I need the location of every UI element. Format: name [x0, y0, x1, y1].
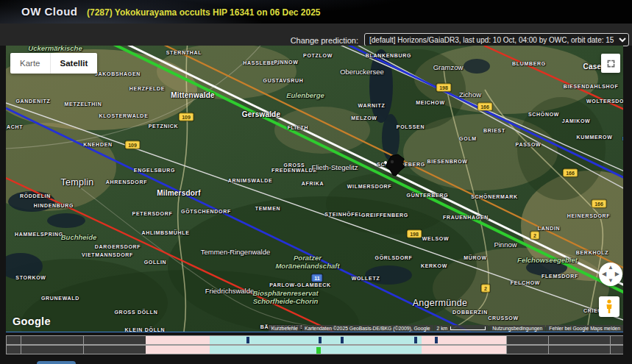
map-label: HERZFELDE [129, 86, 165, 91]
map-label: MEICHOW [416, 100, 445, 105]
map-label: GREIFFENBERG [361, 213, 408, 218]
map-label: ACHT [7, 124, 23, 129]
pan-up-icon: ▲ [608, 265, 614, 271]
map-label: AHLIMBSMÜHLE [141, 230, 189, 235]
map-label: KUMMEROW [576, 135, 612, 140]
timeline-segment-pink [146, 345, 210, 354]
map-label: PARLOW-GLAMBECK [269, 282, 331, 288]
map-type-karte-button[interactable]: Karte [10, 53, 50, 74]
route-badge: 2 [481, 285, 490, 293]
map-label: Gramzow [433, 63, 464, 71]
fullscreen-icon [606, 59, 616, 68]
map-label: KERKOW [421, 263, 447, 268]
map-label: Pinnow [494, 240, 516, 249]
map-label: WELSOW [422, 236, 449, 241]
pan-down-icon: ▼ [608, 278, 614, 284]
prediction-select[interactable]: [default] Horizons/GaiaDR3, last upd: 10… [364, 33, 629, 46]
map-label: GOLLIN [144, 260, 167, 265]
map-label: BLANKENBURG [366, 53, 412, 58]
route-badge: 2 [530, 232, 539, 240]
map-label: Felchowseegebiet [517, 256, 578, 264]
map-label: GÜNTERBERG [407, 193, 449, 198]
target-star-dot [384, 161, 387, 164]
terms-link[interactable]: Nutzungsbedingungen [489, 325, 545, 332]
map-label: CRUSSOW [488, 315, 518, 321]
map-label: MELZOW [351, 115, 377, 121]
timeline-event-tick [414, 337, 417, 343]
event-title: (7287) Yokokurayama occults HIP 16341 on… [87, 7, 321, 18]
map-label: GOLM [459, 136, 477, 141]
map-label: WOLTERSDORF [586, 99, 623, 104]
map-label: POLSSEN [397, 124, 425, 129]
app-header: OW Cloud (7287) Yokokurayama occults HIP… [0, 0, 632, 24]
google-logo[interactable]: Google [13, 315, 51, 327]
map-label: GUSTAVSRUH [263, 78, 304, 83]
route-badge: 109 [125, 141, 140, 149]
map-label: GÖTSCHENDORF [181, 209, 231, 214]
map-label: Templin [60, 177, 93, 188]
timeline-row[interactable] [6, 345, 623, 354]
pan-control[interactable]: ▲ ▼ ◀ ▶ [599, 263, 622, 286]
fullscreen-button[interactable] [601, 54, 620, 73]
map-label: AFRIKA [302, 181, 324, 186]
timeline-segment-pink [422, 345, 506, 354]
map-label: HAMMELSPRING [15, 232, 63, 237]
map-canvas[interactable]: UckermärkischeSTERNTHALHASSLEBENPINNOWPO… [6, 46, 623, 332]
map-label: FELCHOW [511, 280, 540, 285]
map-label: ENGELSBURG [134, 168, 175, 173]
timeline-segment-cell [6, 345, 21, 354]
map-label: HASSLEBEN [243, 60, 279, 65]
ow-cloud-logo: OW Cloud [21, 5, 77, 18]
map-data-attribution: Kartendaten ©2025 GeoBasis-DE/BKG (©2009… [302, 325, 433, 332]
map-label: TEMMEN [255, 206, 281, 211]
map-label: GROSS FREDENWALDE [271, 163, 317, 173]
route-badge: 11 [311, 274, 322, 282]
route-badge: 198 [436, 84, 451, 92]
change-prediction-label: Change prediction: [291, 36, 358, 45]
timeline-segment-cyan [210, 345, 422, 354]
map-label: PETERSDORF [132, 211, 173, 216]
timeline-green-marker [316, 347, 321, 354]
map-label: Biosphärenreservat Schorfheide-Chorin [252, 289, 318, 305]
route-badge: 198 [407, 230, 422, 238]
map-type-satellit-button[interactable]: Satellit [51, 53, 98, 74]
map-label: Oberuckersee [340, 68, 384, 76]
map-label: BIESENDAHLSHOF [564, 84, 619, 89]
map-label: POTZLOW [303, 53, 333, 58]
timeline-segment-cell [548, 335, 610, 345]
map-label: FLIETH [288, 125, 309, 130]
timeline-segment-cell [610, 335, 623, 345]
map-label: VIETMANNSDORF [82, 252, 133, 257]
map-label: BRIEST [483, 128, 505, 133]
report-error-link[interactable]: Fehler bei Google Maps melden [546, 325, 623, 332]
timeline-segment-cell [506, 335, 548, 345]
street-view-pegman-button[interactable] [599, 296, 619, 317]
map-label: SCHÖNERMARK [471, 194, 518, 199]
timeline-event-tick [246, 337, 249, 343]
map-label: MÜROW [464, 255, 487, 260]
map-label: BERKHOLZ [576, 250, 609, 255]
map-label: RÖDDELIN [20, 193, 51, 199]
map-label: PETZNICK [149, 124, 179, 129]
timeline-event-tick [319, 337, 322, 343]
scale-bar [450, 326, 486, 330]
keyboard-shortcuts-link[interactable]: Kurzbefehle [269, 325, 301, 332]
timeline-segment-cell [506, 345, 548, 354]
route-badge: 109 [179, 113, 193, 121]
route-badge: 166 [477, 103, 492, 111]
map-label: STORKOW [15, 275, 46, 280]
map-label: Poratzer Moränenlandschaft [275, 254, 339, 270]
partial-bottom-button[interactable] [37, 361, 76, 364]
map-label: Mittenwalde [171, 91, 214, 99]
timeline-row[interactable] [6, 335, 623, 345]
map-label: WILMERSDORF [347, 184, 392, 189]
map-label: LANDIN [538, 226, 561, 231]
station-timeline [6, 335, 623, 354]
map-label: KU [622, 136, 623, 141]
map-label: WARNITZ [358, 103, 386, 108]
timeline-segment-cell [610, 345, 623, 354]
map-label: Buchheide [61, 233, 97, 241]
timeline-segment-cyan [210, 335, 422, 345]
map-label: Eulenberge [286, 91, 324, 99]
map-label: AHRENSDORF [106, 179, 147, 185]
